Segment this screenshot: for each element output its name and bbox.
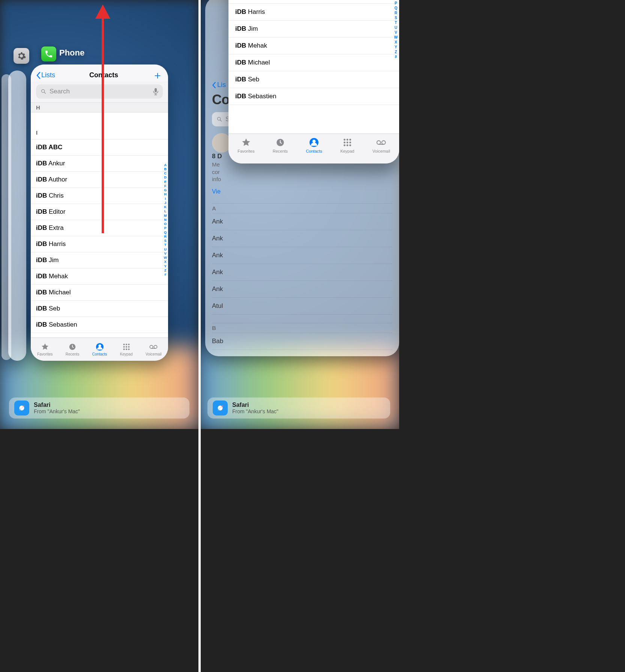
app-switcher-title: Phone	[59, 48, 84, 58]
contact-row[interactable]: iDB Extra	[31, 220, 168, 236]
tab-label: Contacts	[92, 352, 107, 356]
svg-point-5	[98, 344, 101, 347]
alpha-index[interactable]: ABCDEFGHIJKLMNOPQRSTUVWXYZ#	[164, 102, 167, 338]
svg-point-6	[123, 344, 125, 345]
contact-row[interactable]: iDB Harris	[31, 236, 168, 252]
safari-handoff-banner[interactable]: Safari From "Ankur's Mac"	[207, 398, 390, 418]
section-header-h: H	[31, 102, 168, 112]
panel-divider	[198, 0, 201, 429]
search-field[interactable]: Search	[36, 84, 163, 99]
tab-contacts[interactable]: Contacts	[306, 138, 322, 153]
section-header-a: A	[212, 203, 392, 213]
tab-label: Keypad	[120, 352, 133, 356]
phone-app-card-front[interactable]: iDB EditoriDB ExtraiDB HarrisiDB JimiDB …	[228, 0, 399, 164]
contact-row[interactable]: Ank	[212, 264, 392, 281]
contact-row[interactable]: iDB Editor	[31, 204, 168, 220]
view-duplicates-link[interactable]: Vie	[212, 188, 392, 195]
contact-row[interactable]: Bab	[212, 333, 392, 350]
tab-contacts[interactable]: Contacts	[92, 343, 107, 356]
tab-label: Contacts	[306, 149, 322, 153]
contact-row[interactable]: iDB Seb	[228, 71, 399, 88]
contact-row[interactable]: iDB Chris	[31, 188, 168, 204]
svg-point-15	[150, 345, 153, 348]
tab-recents[interactable]: Recents	[66, 343, 80, 356]
contacts-list[interactable]: iDB EditoriDB ExtraiDB HarrisiDB JimiDB …	[228, 0, 399, 134]
contact-row[interactable]: iDB Sebastien	[31, 317, 168, 333]
svg-point-29	[344, 144, 346, 146]
svg-point-0	[42, 90, 45, 93]
tab-favorites[interactable]: Favorites	[37, 343, 53, 356]
phone-app-card[interactable]: Lists Contacts ＋ Search H I iDB ABCiDB A…	[31, 64, 168, 361]
tab-keypad[interactable]: Keypad	[120, 343, 133, 356]
contacts-list[interactable]: H I iDB ABCiDB AnkuriDB AuthoriDB Chrisi…	[31, 102, 168, 338]
svg-point-32	[377, 141, 381, 144]
contact-row[interactable]: Atul	[212, 298, 392, 315]
handoff-title: Safari	[232, 402, 278, 408]
contact-row[interactable]: Ank	[212, 247, 392, 264]
svg-point-28	[349, 142, 351, 144]
tab-voicemail[interactable]: Voicemail	[146, 343, 162, 356]
back-lists-button[interactable]: Lists	[36, 71, 55, 79]
keypad-icon	[122, 343, 131, 351]
dictate-icon[interactable]	[153, 88, 158, 95]
contact-row[interactable]: Ank	[212, 213, 392, 230]
contact-row[interactable]: iDB Author	[31, 172, 168, 188]
star-icon	[41, 343, 49, 351]
nav-bar: Lists Contacts ＋	[31, 64, 168, 81]
section-header-i: I	[31, 126, 168, 140]
back-label: Lis	[217, 81, 226, 89]
search-icon	[216, 116, 222, 122]
tab-label: Recents	[273, 149, 288, 153]
section-header-b: B	[212, 323, 392, 333]
svg-point-27	[346, 142, 348, 144]
tab-voicemail[interactable]: Voicemail	[373, 138, 390, 153]
alpha-index[interactable]: JKLMNOPQRSTUVWXYZ#	[394, 0, 398, 59]
svg-rect-2	[155, 88, 157, 92]
tab-bar: Favorites Recents Contacts Keypad Voicem…	[31, 338, 168, 361]
svg-point-7	[125, 344, 127, 345]
duplicates-subtitle: Me cor info	[212, 161, 392, 183]
tab-favorites[interactable]: Favorites	[237, 138, 254, 153]
svg-point-13	[125, 348, 127, 350]
tab-label: Keypad	[340, 149, 354, 153]
contact-row[interactable]: iDB Extra	[228, 0, 399, 4]
svg-point-24	[346, 139, 348, 141]
tab-keypad[interactable]: Keypad	[340, 138, 354, 153]
tab-label: Favorites	[37, 352, 53, 356]
contact-row[interactable]: iDB Michael	[31, 285, 168, 301]
contact-row[interactable]: iDB Michael	[228, 54, 399, 71]
svg-point-14	[128, 348, 129, 350]
contact-row[interactable]: iDB Mehak	[228, 38, 399, 54]
safari-icon	[213, 400, 228, 416]
tab-recents[interactable]: Recents	[273, 138, 288, 153]
contact-row[interactable]: Ank	[212, 281, 392, 298]
contact-row[interactable]: iDB Ankur	[31, 156, 168, 172]
contacts-icon	[96, 343, 104, 351]
contact-row[interactable]: iDB Mehak	[31, 268, 168, 285]
svg-point-22	[312, 140, 316, 143]
svg-point-25	[349, 139, 351, 141]
tab-label: Voicemail	[373, 149, 390, 153]
contact-row[interactable]: iDB Sebastien	[228, 88, 399, 105]
safari-handoff-banner[interactable]: Safari From "Ankur's Mac"	[9, 398, 189, 418]
svg-point-30	[346, 144, 348, 146]
contact-row[interactable]: iDB Jim	[31, 252, 168, 268]
app-card-stack-layer[interactable]	[8, 70, 26, 361]
contact-row[interactable]: Ank	[212, 230, 392, 247]
svg-point-12	[123, 348, 125, 350]
tab-label: Recents	[66, 352, 80, 356]
contact-row[interactable]: iDB Harris	[228, 4, 399, 21]
handoff-subtitle: From "Ankur's Mac"	[34, 408, 80, 414]
contact-row[interactable]: iDB ABC	[31, 140, 168, 156]
search-icon	[41, 88, 47, 94]
add-contact-button[interactable]: ＋	[152, 72, 163, 79]
contact-row[interactable]: iDB Jim	[228, 21, 399, 38]
svg-point-26	[344, 142, 346, 144]
star-icon	[241, 138, 251, 147]
safari-icon	[14, 400, 29, 416]
search-placeholder: Search	[50, 88, 70, 95]
settings-app-icon	[14, 48, 29, 64]
handoff-title: Safari	[34, 402, 80, 408]
contact-row[interactable]: iDB Seb	[31, 301, 168, 317]
phone-app-icon[interactable]	[41, 46, 56, 62]
